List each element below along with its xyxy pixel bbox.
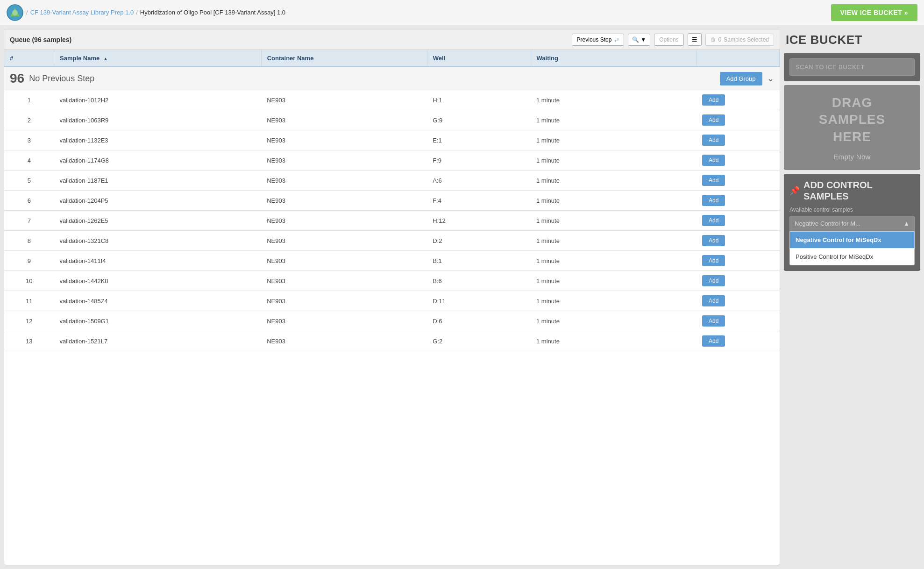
add-sample-button[interactable]: Add	[702, 275, 725, 286]
row-well: E:1	[427, 130, 531, 150]
add-sample-button[interactable]: Add	[702, 195, 725, 206]
add-sample-button[interactable]: Add	[702, 155, 725, 166]
table-row: 10 validation-1442K8 NE903 B:6 1 minute …	[4, 271, 780, 291]
row-action: Add	[697, 231, 780, 251]
row-num: 12	[4, 311, 54, 331]
row-action: Add	[697, 150, 780, 171]
row-num: 9	[4, 251, 54, 271]
add-sample-button[interactable]: Add	[702, 135, 725, 146]
table-row: 4 validation-1174G8 NE903 F:9 1 minute A…	[4, 150, 780, 171]
control-dropdown-selected[interactable]: Negative Control for M... ▲	[789, 216, 915, 231]
row-well: B:6	[427, 271, 531, 291]
row-num: 7	[4, 211, 54, 231]
row-sample: validation-1485Z4	[54, 291, 261, 311]
left-panel: Queue (96 samples) Previous Step ⇄ 🔍 ▼ O…	[4, 29, 780, 565]
sample-table: # Sample Name ▲ Container Name Well Wait…	[4, 50, 780, 351]
row-num: 2	[4, 110, 54, 130]
empty-now-button[interactable]: Empty Now	[833, 153, 870, 161]
col-header-well: Well	[427, 50, 531, 67]
row-container: NE903	[261, 211, 427, 231]
add-sample-button[interactable]: Add	[702, 315, 725, 327]
add-sample-button[interactable]: Add	[702, 215, 725, 226]
row-container: NE903	[261, 231, 427, 251]
scan-input[interactable]	[789, 58, 915, 76]
row-sample: validation-1204P5	[54, 191, 261, 211]
options-button[interactable]: Options	[654, 34, 683, 46]
breadcrumb: / CF 139-Variant Assay Library Prep 1.0 …	[26, 9, 285, 16]
main-layout: Queue (96 samples) Previous Step ⇄ 🔍 ▼ O…	[0, 25, 924, 569]
row-container: NE903	[261, 90, 427, 110]
table-row: 12 validation-1509G1 NE903 D:6 1 minute …	[4, 311, 780, 331]
samples-selected-count: 0	[718, 36, 722, 43]
row-waiting: 1 minute	[531, 110, 697, 130]
add-sample-button[interactable]: Add	[702, 175, 725, 186]
add-sample-button[interactable]: Add	[702, 94, 725, 106]
row-container: NE903	[261, 291, 427, 311]
add-sample-button[interactable]: Add	[702, 335, 725, 347]
breadcrumb-link[interactable]: CF 139-Variant Assay Library Prep 1.0	[30, 9, 134, 16]
table-row: 1 validation-1012H2 NE903 H:1 1 minute A…	[4, 90, 780, 110]
breadcrumb-sep: /	[26, 9, 28, 16]
menu-icon-button[interactable]: ☰	[688, 33, 702, 46]
row-num: 13	[4, 331, 54, 351]
drag-zone[interactable]: DRAGSAMPLESHERE Empty Now	[784, 85, 920, 170]
control-dropdown-container: Negative Control for M... ▲ Negative Con…	[789, 216, 915, 265]
top-bar: / CF 139-Variant Assay Library Prep 1.0 …	[0, 0, 924, 25]
row-num: 10	[4, 271, 54, 291]
row-waiting: 1 minute	[531, 331, 697, 351]
row-num: 4	[4, 150, 54, 171]
control-samples-box: 📌 ADD CONTROLSAMPLES Available control s…	[784, 174, 920, 271]
row-waiting: 1 minute	[531, 150, 697, 171]
table-row: 3 validation-1132E3 NE903 E:1 1 minute A…	[4, 130, 780, 150]
row-num: 1	[4, 90, 54, 110]
trash-icon: 🗑	[711, 36, 716, 43]
view-ice-bucket-button[interactable]: VIEW ICE BUCKET »	[831, 4, 917, 21]
svg-point-2	[12, 10, 18, 15]
row-num: 5	[4, 171, 54, 191]
row-action: Add	[697, 291, 780, 311]
chevron-down-icon[interactable]: ⌄	[767, 73, 774, 84]
row-well: H:1	[427, 90, 531, 110]
add-sample-button[interactable]: Add	[702, 255, 725, 266]
group-count: 96	[10, 71, 24, 86]
samples-selected-label: Samples Selected	[724, 36, 769, 43]
add-sample-button[interactable]: Add	[702, 235, 725, 246]
row-waiting: 1 minute	[531, 191, 697, 211]
search-button[interactable]: 🔍 ▼	[628, 34, 650, 46]
control-list-item[interactable]: Negative Control for MiSeqDx	[790, 232, 914, 249]
row-well: G:9	[427, 110, 531, 130]
row-waiting: 1 minute	[531, 130, 697, 150]
row-well: D:11	[427, 291, 531, 311]
sample-table-container: # Sample Name ▲ Container Name Well Wait…	[4, 50, 780, 565]
table-row: 8 validation-1321C8 NE903 D:2 1 minute A…	[4, 231, 780, 251]
menu-icon: ☰	[692, 36, 697, 43]
row-well: H:12	[427, 211, 531, 231]
control-samples-title: ADD CONTROLSAMPLES	[803, 179, 873, 202]
row-sample: validation-1509G1	[54, 311, 261, 331]
add-sample-button[interactable]: Add	[702, 114, 725, 126]
row-well: F:9	[427, 150, 531, 171]
row-well: G:2	[427, 331, 531, 351]
add-sample-button[interactable]: Add	[702, 295, 725, 306]
table-row: 2 validation-1063R9 NE903 G:9 1 minute A…	[4, 110, 780, 130]
col-header-sample[interactable]: Sample Name ▲	[54, 50, 261, 67]
row-sample: validation-1321C8	[54, 231, 261, 251]
col-header-num: #	[4, 50, 54, 67]
row-sample: validation-1411I4	[54, 251, 261, 271]
col-header-action	[697, 50, 780, 67]
search-dropdown-icon: ▼	[640, 36, 646, 43]
table-row: 7 validation-1262E5 NE903 H:12 1 minute …	[4, 211, 780, 231]
add-group-button[interactable]: Add Group	[720, 72, 762, 85]
scan-box	[784, 53, 920, 81]
sort-arrow: ▲	[103, 56, 108, 61]
row-container: NE903	[261, 110, 427, 130]
row-action: Add	[697, 271, 780, 291]
row-action: Add	[697, 171, 780, 191]
app-logo	[7, 4, 23, 21]
row-sample: validation-1063R9	[54, 110, 261, 130]
control-list-item[interactable]: Positive Control for MiSeqDx	[790, 249, 914, 265]
row-container: NE903	[261, 311, 427, 331]
previous-step-button[interactable]: Previous Step ⇄	[572, 34, 625, 46]
row-sample: validation-1187E1	[54, 171, 261, 191]
row-sample: validation-1262E5	[54, 211, 261, 231]
